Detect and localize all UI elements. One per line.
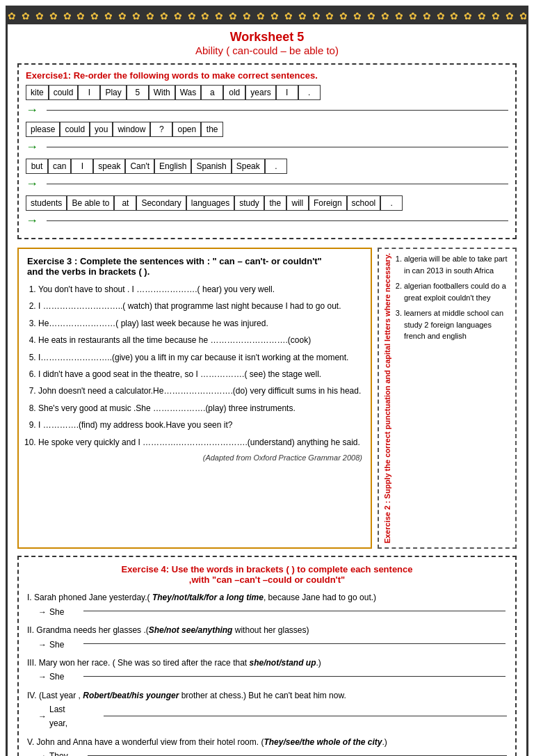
exercise1-box: Exercise1: Re-order the following words …: [17, 63, 517, 239]
exercise2-label: Exercise 2 : Supply the correct punctuat…: [383, 253, 391, 543]
answer-arrow-3: → She: [38, 670, 507, 684]
list-item: I ………….(find) my address book.Have you s…: [38, 418, 362, 432]
exercise1-row2: please could you window ? open the: [26, 122, 508, 137]
word-cell: study: [234, 195, 264, 211]
word-cell: school: [347, 195, 381, 211]
word-cell: students: [26, 195, 67, 211]
exercise1-row2-wrapper: please could you window ? open the →: [26, 122, 508, 154]
word-cell: Can't: [125, 159, 154, 174]
exercise3-box: Exercise 3 : Complete the sentences with…: [17, 248, 372, 549]
word-cell: English: [154, 159, 191, 174]
word-cell: Spanish: [191, 159, 231, 174]
arrow-icon: →: [38, 749, 47, 756]
fill-line: [83, 611, 505, 611]
list-item: I didn't have a good seat in the theatre…: [38, 367, 362, 381]
worksheet-title: Worksheet 5: [17, 30, 517, 45]
word-cell: open: [172, 122, 201, 137]
arrow-2: →: [26, 140, 38, 154]
exercise4-title-line1: Exercise 4: Use the words in brackets ( …: [121, 564, 412, 574]
page-border: ✿ ✿ ✿ ✿ ✿ ✿ ✿ ✿ ✿ ✿ ✿ ✿ ✿ ✿ ✿ ✿ ✿ ✿ ✿ ✿ …: [6, 6, 528, 756]
word-cell: you: [90, 122, 113, 137]
dash-1: [47, 110, 508, 111]
exercise4-item-4: IV. (Last year , Robert/beat/his younger…: [27, 689, 507, 731]
italic-bold-text: They/not/talk/for a long time: [152, 593, 264, 602]
word-cell: at: [114, 195, 136, 211]
word-cell: .: [298, 85, 321, 100]
word-cell: I: [78, 85, 100, 100]
fill-line: [104, 716, 507, 716]
list-item: She's very good at music .She ……………….(pl…: [38, 401, 362, 415]
word-cell: Be able to: [67, 195, 114, 211]
fill-line: [83, 643, 505, 644]
word-cell: 5: [127, 85, 149, 100]
list-item: He spoke very quickly and I ………….……………………: [38, 435, 362, 449]
word-cell: a: [201, 85, 223, 100]
word-cell: old: [223, 85, 245, 100]
exercise1-row1-wrapper: kite could I Play 5 With Was a old years…: [26, 85, 508, 118]
word-cell: but: [26, 159, 48, 174]
list-item: I ………………………..( watch) that programme las…: [38, 299, 362, 313]
word-cell: Speak: [232, 159, 265, 174]
answer-label: Last year,: [49, 702, 84, 731]
word-cell: please: [26, 122, 60, 137]
exercise4-item-2: II. Grandma needs her glasses .(She/not …: [27, 623, 507, 652]
dash-4: [47, 220, 508, 221]
exercise2-inner: Exercise 2 : Supply the correct punctuat…: [383, 253, 511, 543]
italic-bold-text: Robert/beat/his younger: [83, 691, 179, 700]
word-cell: kite: [26, 85, 49, 100]
worksheet-subtitle: Ability ( can-could – be able to): [17, 45, 517, 56]
list-item: He……………………( play) last week because he w…: [38, 316, 362, 330]
fill-line: [83, 676, 505, 677]
exercise4-item-3: III. Mary won her race. ( She was so tir…: [27, 656, 507, 684]
arrow-icon: →: [38, 709, 47, 723]
arrow-icon: →: [38, 638, 47, 652]
answer-line-2: →: [26, 140, 508, 154]
word-cell: Play: [100, 85, 126, 100]
answer-label: She: [49, 670, 64, 684]
roman-numeral: III.: [27, 658, 36, 668]
word-cell: Foreign: [309, 195, 347, 211]
main-row: Exercise 3 : Complete the sentences with…: [17, 248, 517, 549]
exercise1-title: Exercise1: Re-order the following words …: [26, 70, 508, 81]
answer-line-3: →: [26, 177, 508, 191]
arrow-icon: →: [38, 605, 47, 619]
exercise2-wrapper: Exercise 2 : Supply the correct punctuat…: [378, 248, 517, 549]
word-cell: can: [48, 159, 71, 174]
word-cell: Was: [175, 85, 202, 100]
exercise4-title: Exercise 4: Use the words in brackets ( …: [27, 564, 507, 585]
answer-line-1: →: [26, 103, 508, 118]
word-cell: With: [149, 85, 175, 100]
word-cell: could: [49, 85, 79, 100]
exercise2-body: algeria will be able to take part in can…: [394, 253, 511, 543]
word-cell: will: [286, 195, 309, 211]
title-section: Worksheet 5 Ability ( can-could – be abl…: [17, 30, 517, 56]
list-item: I……………………..(give) you a lift in my car b…: [38, 351, 362, 364]
answer-arrow-1: → She: [38, 605, 507, 619]
exercise4-title-line2: ,with "can –can't –could or couldn't": [189, 574, 345, 585]
word-cell: languages: [186, 195, 234, 211]
star-border-top: ✿ ✿ ✿ ✿ ✿ ✿ ✿ ✿ ✿ ✿ ✿ ✿ ✿ ✿ ✿ ✿ ✿ ✿ ✿ ✿ …: [8, 8, 526, 24]
word-cell: years: [245, 85, 275, 100]
exercise1-row1: kite could I Play 5 With Was a old years…: [26, 85, 508, 100]
exercise1-row3: but can I speak Can't English Spanish Sp…: [26, 159, 508, 174]
arrow-icon: →: [38, 670, 47, 684]
word-cell: I: [276, 85, 298, 100]
exercise3-title-text: Exercise 3 : Complete the sentences with…: [27, 256, 322, 277]
word-cell: .: [265, 159, 287, 174]
dash-3: [47, 184, 508, 184]
word-cell: I: [71, 159, 93, 174]
italic-bold-text: She/not see/anything: [149, 625, 233, 635]
answer-arrow-5: → They: [38, 749, 507, 756]
roman-numeral: V.: [27, 737, 34, 747]
answer-label: She: [49, 638, 64, 652]
answer-line-4: →: [26, 214, 508, 228]
exercise1-row4: students Be able to at Secondary languag…: [26, 195, 508, 211]
list-item: John doesn't need a calculator.He……………………: [38, 384, 362, 398]
exercise4-box: Exercise 4: Use the words in brackets ( …: [17, 556, 517, 756]
roman-numeral: I.: [27, 593, 32, 602]
answer-label: She: [49, 605, 64, 619]
exercise1-row3-wrapper: but can I speak Can't English Spanish Sp…: [26, 159, 508, 191]
arrow-1: →: [26, 103, 38, 118]
answer-arrow-4: → Last year,: [38, 702, 507, 731]
arrow-3: →: [26, 177, 38, 191]
